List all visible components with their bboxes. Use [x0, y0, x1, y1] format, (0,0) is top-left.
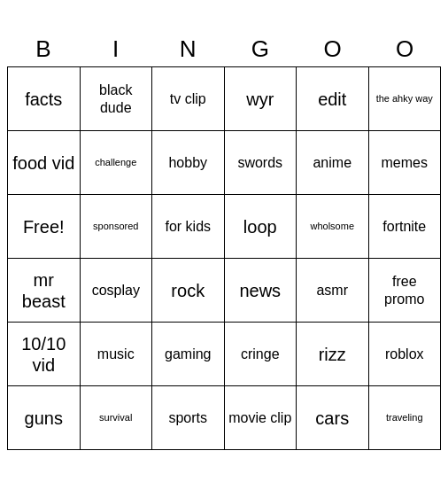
- cell-r0-c3: wyr: [225, 67, 297, 131]
- cell-r1-c4: anime: [297, 131, 369, 195]
- cell-r4-c3: cringe: [225, 323, 297, 386]
- cell-r0-c0: facts: [8, 67, 81, 131]
- cell-r4-c5: roblox: [369, 323, 442, 386]
- cell-r5-c0: guns: [8, 386, 81, 450]
- cell-r5-c3: movie clip: [225, 386, 297, 450]
- header-letter-2: N: [151, 32, 224, 66]
- cell-r0-c5: the ahky way: [369, 67, 442, 131]
- cell-r4-c4: rizz: [297, 323, 369, 386]
- cell-r5-c5: traveling: [369, 386, 442, 450]
- cell-r5-c1: survival: [81, 386, 153, 450]
- cell-r2-c3: loop: [225, 195, 297, 259]
- cell-r2-c5: fortnite: [369, 195, 442, 259]
- cell-r5-c4: cars: [297, 386, 369, 450]
- cell-r2-c2: for kids: [152, 195, 225, 259]
- cell-r5-c2: sports: [152, 386, 225, 450]
- cell-r3-c0: mr beast: [8, 259, 81, 323]
- cell-r2-c4: wholsome: [297, 195, 369, 259]
- cell-r0-c2: tv clip: [152, 67, 225, 131]
- cell-r3-c2: rock: [152, 259, 225, 323]
- cell-r0-c1: black dude: [81, 67, 153, 131]
- header-letter-3: G: [224, 32, 297, 66]
- header-letter-4: O: [297, 32, 369, 66]
- bingo-grid: factsblack dudetv clipwyreditthe ahky wa…: [7, 66, 441, 450]
- cell-r3-c5: free promo: [369, 259, 442, 323]
- cell-r4-c1: music: [81, 323, 153, 386]
- header-letter-0: B: [7, 32, 80, 66]
- cell-r0-c4: edit: [297, 67, 369, 131]
- header-letter-1: I: [80, 32, 152, 66]
- cell-r1-c3: swords: [225, 131, 297, 195]
- cell-r1-c5: memes: [369, 131, 442, 195]
- cell-r1-c2: hobby: [152, 131, 225, 195]
- bingo-card: BINGOO factsblack dudetv clipwyreditthe …: [7, 32, 441, 450]
- cell-r4-c0: 10/10 vid: [8, 323, 81, 386]
- cell-r3-c3: news: [225, 259, 297, 323]
- cell-r3-c4: asmr: [297, 259, 369, 323]
- cell-r2-c1: sponsored: [81, 195, 153, 259]
- cell-r1-c0: food vid: [8, 131, 81, 195]
- header-letter-5: O: [368, 32, 441, 66]
- cell-r3-c1: cosplay: [81, 259, 153, 323]
- cell-r2-c0: Free!: [8, 195, 81, 259]
- bingo-header-row: BINGOO: [7, 32, 441, 66]
- cell-r1-c1: challenge: [81, 131, 153, 195]
- cell-r4-c2: gaming: [152, 323, 225, 386]
